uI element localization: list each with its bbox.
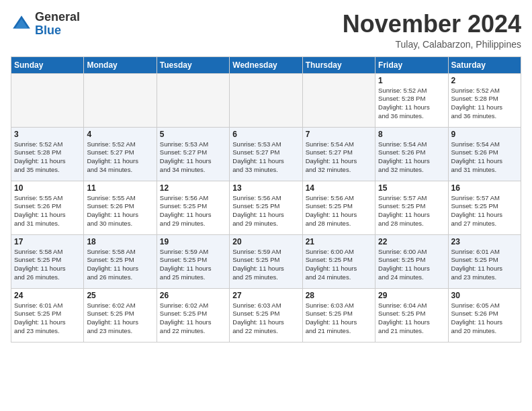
calendar-cell: 14Sunrise: 5:56 AM Sunset: 5:25 PM Dayli… (302, 181, 375, 234)
day-number: 10 (14, 183, 81, 193)
cell-text: Sunrise: 5:52 AM Sunset: 5:28 PM Dayligh… (451, 87, 518, 121)
calendar-cell: 7Sunrise: 5:54 AM Sunset: 5:27 PM Daylig… (302, 127, 375, 181)
calendar-week-row: 10Sunrise: 5:55 AM Sunset: 5:26 PM Dayli… (11, 181, 521, 234)
day-header-sunday: Sunday (11, 56, 84, 73)
calendar-cell (230, 73, 302, 127)
cell-text: Sunrise: 5:59 AM Sunset: 5:25 PM Dayligh… (232, 248, 299, 282)
day-number: 18 (87, 237, 153, 246)
calendar-cell (11, 73, 84, 127)
calendar-week-row: 17Sunrise: 5:58 AM Sunset: 5:25 PM Dayli… (11, 234, 521, 288)
calendar-cell: 20Sunrise: 5:59 AM Sunset: 5:25 PM Dayli… (230, 234, 302, 288)
day-number: 14 (306, 183, 372, 193)
cell-text: Sunrise: 5:55 AM Sunset: 5:26 PM Dayligh… (14, 194, 81, 228)
day-number: 23 (451, 237, 518, 246)
calendar-cell: 21Sunrise: 6:00 AM Sunset: 5:25 PM Dayli… (302, 234, 375, 288)
calendar-cell: 26Sunrise: 6:02 AM Sunset: 5:25 PM Dayli… (157, 288, 229, 342)
calendar-cell: 3Sunrise: 5:52 AM Sunset: 5:28 PM Daylig… (11, 127, 84, 181)
day-number: 27 (232, 291, 299, 300)
title-block: November 2024 Tulay, Calabarzon, Philipp… (343, 11, 521, 50)
calendar-cell: 18Sunrise: 5:58 AM Sunset: 5:25 PM Dayli… (84, 234, 157, 288)
calendar-cell: 6Sunrise: 5:53 AM Sunset: 5:27 PM Daylig… (230, 127, 302, 181)
day-number: 9 (451, 130, 518, 139)
cell-text: Sunrise: 6:00 AM Sunset: 5:25 PM Dayligh… (306, 248, 372, 282)
cell-text: Sunrise: 6:02 AM Sunset: 5:25 PM Dayligh… (160, 302, 226, 336)
day-header-wednesday: Wednesday (230, 56, 302, 73)
calendar-cell: 22Sunrise: 6:00 AM Sunset: 5:25 PM Dayli… (375, 234, 448, 288)
cell-text: Sunrise: 5:56 AM Sunset: 5:25 PM Dayligh… (160, 194, 226, 228)
calendar-cell: 29Sunrise: 6:04 AM Sunset: 5:25 PM Dayli… (375, 288, 448, 342)
calendar-table: SundayMondayTuesdayWednesdayThursdayFrid… (11, 56, 521, 342)
cell-text: Sunrise: 5:53 AM Sunset: 5:27 PM Dayligh… (232, 140, 299, 175)
day-number: 17 (14, 237, 81, 246)
calendar-cell (302, 73, 375, 127)
logo: General Blue (11, 11, 80, 38)
day-number: 21 (306, 237, 372, 246)
day-number: 19 (160, 237, 226, 246)
day-number: 1 (378, 76, 445, 85)
day-header-thursday: Thursday (302, 56, 375, 73)
cell-text: Sunrise: 6:01 AM Sunset: 5:25 PM Dayligh… (14, 302, 81, 336)
cell-text: Sunrise: 5:58 AM Sunset: 5:25 PM Dayligh… (14, 248, 81, 282)
calendar-week-row: 1Sunrise: 5:52 AM Sunset: 5:28 PM Daylig… (11, 73, 521, 127)
cell-text: Sunrise: 5:52 AM Sunset: 5:28 PM Dayligh… (378, 87, 445, 121)
calendar-cell: 4Sunrise: 5:52 AM Sunset: 5:27 PM Daylig… (84, 127, 157, 181)
cell-text: Sunrise: 5:58 AM Sunset: 5:25 PM Dayligh… (87, 248, 153, 282)
day-header-monday: Monday (84, 56, 157, 73)
cell-text: Sunrise: 6:01 AM Sunset: 5:25 PM Dayligh… (451, 248, 518, 282)
cell-text: Sunrise: 5:57 AM Sunset: 5:25 PM Dayligh… (451, 194, 518, 228)
day-header-saturday: Saturday (448, 56, 521, 73)
calendar-cell: 15Sunrise: 5:57 AM Sunset: 5:25 PM Dayli… (375, 181, 448, 234)
calendar-cell: 30Sunrise: 6:05 AM Sunset: 5:26 PM Dayli… (448, 288, 521, 342)
calendar-cell: 5Sunrise: 5:53 AM Sunset: 5:27 PM Daylig… (157, 127, 229, 181)
calendar-cell: 27Sunrise: 6:03 AM Sunset: 5:25 PM Dayli… (230, 288, 302, 342)
calendar-cell (84, 73, 157, 127)
calendar-cell: 25Sunrise: 6:02 AM Sunset: 5:25 PM Dayli… (84, 288, 157, 342)
day-number: 22 (378, 237, 445, 246)
page: General Blue November 2024 Tulay, Calaba… (0, 0, 532, 353)
cell-text: Sunrise: 5:55 AM Sunset: 5:26 PM Dayligh… (87, 194, 153, 228)
day-number: 12 (160, 183, 226, 193)
calendar-cell: 19Sunrise: 5:59 AM Sunset: 5:25 PM Dayli… (157, 234, 229, 288)
calendar-header-row: SundayMondayTuesdayWednesdayThursdayFrid… (11, 56, 521, 73)
day-number: 29 (378, 291, 445, 300)
cell-text: Sunrise: 6:03 AM Sunset: 5:25 PM Dayligh… (232, 302, 299, 336)
calendar-cell: 16Sunrise: 5:57 AM Sunset: 5:25 PM Dayli… (448, 181, 521, 234)
calendar-cell: 12Sunrise: 5:56 AM Sunset: 5:25 PM Dayli… (157, 181, 229, 234)
day-number: 30 (451, 291, 518, 300)
calendar-cell: 24Sunrise: 6:01 AM Sunset: 5:25 PM Dayli… (11, 288, 84, 342)
calendar-week-row: 24Sunrise: 6:01 AM Sunset: 5:25 PM Dayli… (11, 288, 521, 342)
day-number: 13 (232, 183, 299, 193)
cell-text: Sunrise: 6:03 AM Sunset: 5:25 PM Dayligh… (306, 302, 372, 336)
day-number: 15 (378, 183, 445, 193)
logo-blue-text: Blue (35, 24, 80, 38)
header: General Blue November 2024 Tulay, Calaba… (11, 11, 521, 50)
cell-text: Sunrise: 5:54 AM Sunset: 5:26 PM Dayligh… (378, 140, 445, 175)
day-number: 24 (14, 291, 81, 300)
day-number: 2 (451, 76, 518, 85)
location: Tulay, Calabarzon, Philippines (343, 39, 521, 50)
cell-text: Sunrise: 5:52 AM Sunset: 5:27 PM Dayligh… (87, 140, 153, 175)
day-number: 25 (87, 291, 153, 300)
calendar-cell: 1Sunrise: 5:52 AM Sunset: 5:28 PM Daylig… (375, 73, 448, 127)
cell-text: Sunrise: 6:04 AM Sunset: 5:25 PM Dayligh… (378, 302, 445, 336)
day-number: 3 (14, 130, 81, 139)
cell-text: Sunrise: 6:00 AM Sunset: 5:25 PM Dayligh… (378, 248, 445, 282)
cell-text: Sunrise: 5:54 AM Sunset: 5:27 PM Dayligh… (306, 140, 372, 175)
calendar-cell: 17Sunrise: 5:58 AM Sunset: 5:25 PM Dayli… (11, 234, 84, 288)
logo-text: General Blue (35, 11, 80, 38)
cell-text: Sunrise: 5:56 AM Sunset: 5:25 PM Dayligh… (306, 194, 372, 228)
calendar-cell: 2Sunrise: 5:52 AM Sunset: 5:28 PM Daylig… (448, 73, 521, 127)
cell-text: Sunrise: 5:53 AM Sunset: 5:27 PM Dayligh… (160, 140, 226, 175)
calendar-cell: 8Sunrise: 5:54 AM Sunset: 5:26 PM Daylig… (375, 127, 448, 181)
calendar-cell: 9Sunrise: 5:54 AM Sunset: 5:26 PM Daylig… (448, 127, 521, 181)
day-number: 11 (87, 183, 153, 193)
day-number: 4 (87, 130, 153, 139)
cell-text: Sunrise: 5:59 AM Sunset: 5:25 PM Dayligh… (160, 248, 226, 282)
cell-text: Sunrise: 6:05 AM Sunset: 5:26 PM Dayligh… (451, 302, 518, 336)
cell-text: Sunrise: 5:52 AM Sunset: 5:28 PM Dayligh… (14, 140, 81, 175)
calendar-week-row: 3Sunrise: 5:52 AM Sunset: 5:28 PM Daylig… (11, 127, 521, 181)
calendar-cell: 10Sunrise: 5:55 AM Sunset: 5:26 PM Dayli… (11, 181, 84, 234)
day-header-friday: Friday (375, 56, 448, 73)
day-number: 16 (451, 183, 518, 193)
cell-text: Sunrise: 5:56 AM Sunset: 5:25 PM Dayligh… (232, 194, 299, 228)
